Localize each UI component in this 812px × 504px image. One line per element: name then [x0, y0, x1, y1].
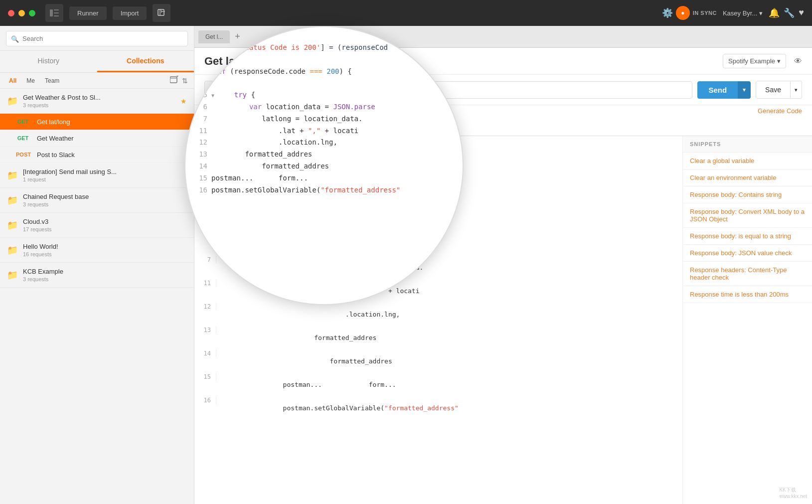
collection-item[interactable]: 📁 [Integration] Send mail using S... 1 r… [0, 163, 194, 188]
mag-line: 13 formatted_addres [195, 149, 453, 161]
search-input[interactable] [6, 31, 188, 46]
save-dropdown-button[interactable]: ▾ [791, 81, 802, 99]
sidebar: 🔍 History Collections All Me Team [0, 26, 194, 504]
new-window-button[interactable] [153, 4, 170, 22]
filter-all[interactable]: All [6, 76, 19, 85]
sync-icon: ● [676, 6, 690, 20]
notifications-icon[interactable]: 🔔 [769, 7, 780, 18]
new-tab-button[interactable]: + [232, 31, 243, 42]
request-item[interactable]: POST Post to Slack [0, 147, 194, 163]
collection-item[interactable]: 📁 Chained Request base 3 requests [0, 188, 194, 213]
settings-icon[interactable]: 🔧 [784, 7, 795, 18]
collection-meta: 3 requests [23, 276, 187, 282]
search-icon: 🔍 [11, 35, 19, 42]
in-sync-label: IN SYNC [693, 10, 717, 16]
request-item[interactable]: GET Get lat/long [0, 114, 194, 130]
request-item[interactable]: GET Get Weather [0, 130, 194, 147]
mag-line: 16 postman.setGlobalVariable("formatted_… [195, 184, 453, 196]
folder-icon: 📁 [7, 270, 18, 281]
collection-name: KCB Example [23, 268, 187, 275]
svg-rect-2 [54, 12, 59, 13]
snippet-item[interactable]: Clear an environment variable [683, 169, 812, 186]
favorites-icon[interactable]: ♥ [799, 7, 804, 18]
maximize-button[interactable] [29, 10, 35, 16]
request-name: Post to Slack [37, 151, 75, 159]
snippets-header: SNIPPETS [683, 136, 812, 153]
sidebar-search: 🔍 [0, 26, 194, 51]
filter-me[interactable]: Me [23, 76, 38, 85]
collection-item[interactable]: 📁 Hello World! 16 requests [0, 238, 194, 263]
sort-button[interactable]: ⇅ [182, 76, 188, 85]
mag-line: 4 [195, 77, 453, 89]
eye-icon[interactable]: 👁 [794, 57, 802, 66]
snippet-item[interactable]: Clear a global variable [683, 153, 812, 169]
folder-icon: 📁 [7, 170, 18, 181]
svg-rect-3 [54, 15, 59, 16]
collection-info: Cloud.v3 17 requests [23, 218, 187, 232]
send-dropdown-button[interactable]: ▾ [738, 81, 751, 99]
search-wrapper: 🔍 [6, 31, 188, 46]
collection-item[interactable]: 📁 Cloud.v3 17 requests [0, 213, 194, 238]
collection-name: [Integration] Send mail using S... [23, 168, 187, 175]
code-line: 14 formatted_addres [194, 349, 682, 373]
environment-selector[interactable]: Spotify Example ▾ [723, 54, 786, 68]
sidebar-toggle-button[interactable] [45, 4, 63, 22]
method-badge-get: GET [14, 134, 32, 142]
snippet-item[interactable]: Response body: JSON value check [683, 245, 812, 262]
collection-item[interactable]: 📁 KCB Example 3 requests [0, 263, 194, 288]
user-name: Kasey Byr... [723, 9, 757, 17]
filter-team[interactable]: Team [42, 76, 62, 85]
titlebar: Runner Import ⚙️ ● IN SYNC Kasey Byr... … [0, 0, 812, 26]
snippet-item[interactable]: Response body: Contains string [683, 186, 812, 203]
action-icons: 🔔 🔧 ♥ [769, 7, 804, 18]
request-name: Get lat/long [37, 118, 70, 126]
snippet-item[interactable]: Response body: Convert XML body to a JSO… [683, 203, 812, 228]
collection-name: Cloud.v3 [23, 218, 187, 225]
mag-line: 14 formatted_addres [195, 161, 453, 172]
svg-rect-1 [54, 9, 59, 10]
tab-label: Get l... [205, 33, 223, 40]
runner-button[interactable]: Runner [69, 6, 107, 20]
request-name: Get Weather [37, 135, 73, 142]
snippet-item[interactable]: Response body: is equal to a string [683, 228, 812, 245]
tab-collections[interactable]: Collections [97, 51, 194, 72]
snippet-item[interactable]: Response time is less than 200ms [683, 286, 812, 303]
request-tab[interactable]: Get l... [198, 30, 230, 43]
save-group: Save ▾ [756, 81, 802, 99]
collection-meta: 3 requests [23, 201, 187, 207]
user-menu[interactable]: Kasey Byr... ▾ [723, 9, 763, 17]
folder-icon: 📁 [7, 195, 18, 206]
code-line: 15 postman... form... [194, 373, 682, 396]
send-button[interactable]: Send [697, 81, 738, 99]
filter-bar: All Me Team ⇅ [0, 73, 194, 89]
tab-history[interactable]: History [0, 51, 97, 72]
minimize-button[interactable] [18, 10, 25, 16]
code-line: 12 .location.lng, [194, 303, 682, 326]
watermark: KK下载www.kkx.net [779, 487, 807, 499]
close-button[interactable] [8, 10, 14, 16]
mag-line: 6 var location_data = JSON.parse [195, 101, 453, 113]
collection-info: [Integration] Send mail using S... 1 req… [23, 168, 187, 182]
mag-line: 5 ▼ try { [195, 89, 453, 101]
method-badge-post: POST [14, 151, 32, 159]
collection-name: Chained Request base [23, 193, 187, 200]
traffic-lights [8, 10, 35, 16]
collection-name: Get Weather & Post to Sl... [23, 94, 175, 101]
collection-item[interactable]: 📁 Get Weather & Post to Sl... 3 requests… [0, 89, 194, 114]
import-button[interactable]: Import [113, 6, 147, 20]
magnify-overlay: 1 tests['Status Code is 200'] = (respons… [184, 26, 464, 305]
snippet-item[interactable]: Response headers: Content-Type header ch… [683, 262, 812, 286]
svg-rect-5 [170, 77, 177, 83]
save-button[interactable]: Save [756, 81, 791, 99]
new-collection-button[interactable] [170, 76, 179, 85]
folder-icon: 📁 [7, 245, 18, 256]
sync-status: ⚙️ ● IN SYNC [662, 6, 717, 20]
send-group: Send ▾ [697, 81, 751, 99]
collection-meta: 16 requests [23, 251, 187, 257]
star-icon[interactable]: ★ [180, 97, 187, 105]
collection-meta: 1 request [23, 176, 187, 182]
folder-icon: 📁 [7, 96, 18, 107]
svg-rect-0 [50, 9, 53, 16]
mag-line: 7 latlong = location_data. [195, 113, 453, 125]
collection-name: Hello World! [23, 243, 187, 250]
